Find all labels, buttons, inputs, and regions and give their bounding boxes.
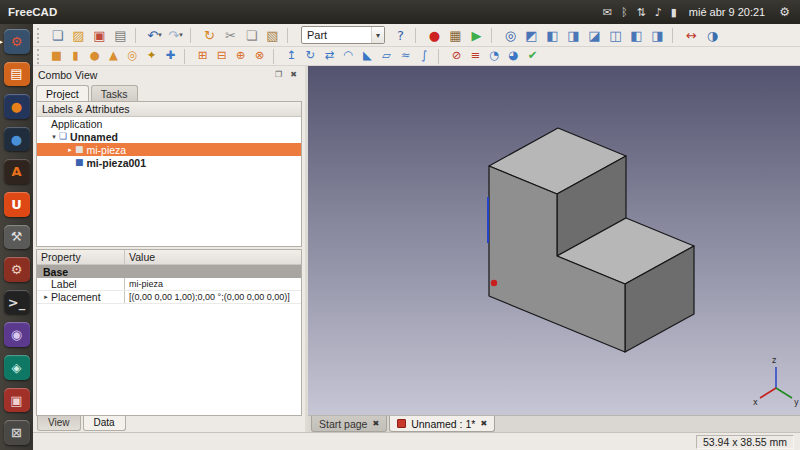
tree-expander[interactable]: ▸ xyxy=(65,146,75,154)
combo-view-titlebar[interactable]: Combo View ❐ ✖ xyxy=(33,66,305,83)
refresh-icon[interactable]: ↻ xyxy=(199,26,220,45)
part-sphere-icon[interactable]: ● xyxy=(85,48,104,64)
launcher-teal-app[interactable]: ◈ xyxy=(4,355,30,380)
part-union-icon[interactable]: ⊕ xyxy=(231,48,250,64)
property-group-base[interactable]: Base xyxy=(37,265,301,278)
tab-unnamed-doc[interactable]: Unnamed : 1* ✖ xyxy=(389,416,495,432)
part-common-icon[interactable]: ⊗ xyxy=(250,48,269,64)
part-loft-icon[interactable]: ≈ xyxy=(396,48,415,64)
property-value[interactable]: mi-pieza xyxy=(125,278,301,290)
toolbar-handle[interactable] xyxy=(37,49,43,64)
part-ruled-surface-icon[interactable]: ▱ xyxy=(377,48,396,64)
part-cone-icon[interactable]: ▲ xyxy=(104,48,123,64)
launcher-ubuntu-one[interactable]: U xyxy=(4,192,30,217)
tree-expander[interactable]: ▾ xyxy=(49,133,59,141)
part-fillet-icon[interactable]: ◠ xyxy=(339,48,358,64)
part-mirror-icon[interactable]: ⇄ xyxy=(320,48,339,64)
view-bottom-icon[interactable]: ◧ xyxy=(626,26,647,45)
part-torus-icon[interactable]: ◎ xyxy=(123,48,142,64)
tree-item-application[interactable]: Application xyxy=(37,117,301,130)
whats-this-icon[interactable]: ? xyxy=(390,26,411,45)
view-front-icon[interactable]: ◧ xyxy=(542,26,563,45)
part-shapebuilder-icon[interactable]: ✚ xyxy=(161,48,180,64)
redo-icon[interactable]: ↷ ▾ xyxy=(165,26,186,45)
fit-all-icon[interactable]: ◎ xyxy=(500,26,521,45)
copy-icon[interactable]: ❏ xyxy=(241,26,262,45)
launcher-software-center[interactable]: A xyxy=(4,159,30,184)
value-column-header[interactable]: Value xyxy=(125,250,301,264)
session-menu-icon[interactable]: ⚙ xyxy=(779,5,790,19)
property-column-header[interactable]: Property xyxy=(37,250,125,264)
property-editor-box: Property Value Base Label mi-pieza xyxy=(36,249,302,416)
property-expander[interactable]: ▸ xyxy=(41,293,51,301)
tab-tasks[interactable]: Tasks xyxy=(91,85,138,101)
launcher-system-settings[interactable]: ⚒ xyxy=(4,225,30,250)
part-chamfer-icon[interactable]: ◣ xyxy=(358,48,377,64)
macros-dialog-icon[interactable]: ▦ xyxy=(445,26,466,45)
part-check-geometry-icon[interactable]: ✔ xyxy=(523,48,542,64)
part-cylinder-icon[interactable]: ▮ xyxy=(66,48,85,64)
launcher-purple-app[interactable]: ◉ xyxy=(4,322,30,347)
launcher-files[interactable]: ▤ xyxy=(4,62,30,87)
part-revolve-icon[interactable]: ↻ xyxy=(301,48,320,64)
clock[interactable]: mié abr 9 20:21 xyxy=(689,6,765,18)
macro-record-icon[interactable]: ● xyxy=(424,26,445,45)
part-cross-sections-icon[interactable]: ≡ xyxy=(466,48,485,64)
undo-icon[interactable]: ↶ ▾ xyxy=(144,26,165,45)
part-primitives-icon[interactable]: ✦ xyxy=(142,48,161,64)
sound-indicator-icon[interactable]: ♪ xyxy=(655,6,662,19)
tab-start-page[interactable]: Start page ✖ xyxy=(311,416,387,432)
3d-viewport-canvas[interactable]: x y z xyxy=(308,66,800,415)
new-document-icon[interactable]: ❏ xyxy=(47,26,68,45)
property-row-placement[interactable]: ▸ Placement [(0,00 0,00 1,00);0,00 °;(0,… xyxy=(37,291,301,304)
launcher-freecad[interactable]: ▶ ⚙ xyxy=(4,29,30,54)
part-extrude-icon[interactable]: ↥ xyxy=(282,48,301,64)
part-thickness-icon[interactable]: ◕ xyxy=(504,48,523,64)
launcher-terminal[interactable]: >_ xyxy=(4,290,30,315)
tab-data[interactable]: Data xyxy=(83,416,126,431)
property-row-label[interactable]: Label mi-pieza xyxy=(37,278,301,291)
print-icon[interactable]: ▤ xyxy=(110,26,131,45)
part-offset-icon[interactable]: ◔ xyxy=(485,48,504,64)
property-value[interactable]: [(0,00 0,00 1,00);0,00 °;(0,00 0,00 0,00… xyxy=(125,291,301,303)
close-tab-icon[interactable]: ✖ xyxy=(372,419,379,428)
open-document-icon[interactable]: ▨ xyxy=(68,26,89,45)
bluetooth-indicator-icon[interactable]: ᛒ xyxy=(621,6,628,19)
clipping-plane-icon[interactable]: ◑ xyxy=(702,26,723,45)
messages-indicator-icon[interactable]: ✉ xyxy=(603,6,612,19)
float-panel-icon[interactable]: ❐ xyxy=(272,68,285,81)
battery-indicator-icon[interactable]: ▮ xyxy=(671,6,677,19)
part-box-icon[interactable]: ■ xyxy=(47,48,66,64)
view-right-icon[interactable]: ◪ xyxy=(584,26,605,45)
view-rear-icon[interactable]: ◫ xyxy=(605,26,626,45)
view-left-icon[interactable]: ◨ xyxy=(647,26,668,45)
view-axonometric-icon[interactable]: ◩ xyxy=(521,26,542,45)
part-boolean-icon[interactable]: ⊞ xyxy=(193,48,212,64)
macro-play-icon[interactable]: ▶ xyxy=(466,26,487,45)
view-top-icon[interactable]: ◨ xyxy=(563,26,584,45)
cut-icon[interactable]: ✂ xyxy=(220,26,241,45)
part-cut-icon[interactable]: ⊟ xyxy=(212,48,231,64)
measure-distance-icon[interactable]: ↔ xyxy=(681,26,702,45)
launcher-firefox[interactable]: ● xyxy=(4,94,30,119)
network-indicator-icon[interactable]: ⇅ xyxy=(636,6,645,19)
part-section-icon[interactable]: ⊘ xyxy=(447,48,466,64)
close-tab-icon[interactable]: ✖ xyxy=(480,419,487,428)
launcher-red-app[interactable]: ▣ xyxy=(4,388,30,413)
tree-item-unnamed[interactable]: ▾ ❏ Unnamed xyxy=(37,130,301,143)
toolbar-handle[interactable] xyxy=(37,28,43,43)
close-panel-icon[interactable]: ✖ xyxy=(287,68,300,81)
3d-view[interactable]: x y z xyxy=(308,66,800,415)
launcher-browser[interactable]: ● xyxy=(4,127,30,152)
tab-view[interactable]: View xyxy=(37,416,81,431)
paste-icon[interactable]: ▧ xyxy=(262,26,283,45)
tab-project[interactable]: Project xyxy=(36,85,89,101)
tree-item-mi-pieza001[interactable]: ■ mi-pieza001 xyxy=(37,156,301,169)
save-icon[interactable]: ▣ xyxy=(89,26,110,45)
launcher-gear-app[interactable]: ⚙ xyxy=(4,257,30,282)
workbench-selector[interactable]: Part ▾ xyxy=(301,26,385,44)
launcher-trash[interactable]: ⊠ xyxy=(4,420,30,445)
chevron-down-icon[interactable]: ▾ xyxy=(371,27,384,43)
part-sweep-icon[interactable]: ∫ xyxy=(415,48,434,64)
tree-item-mi-pieza[interactable]: ▸ ■ mi-pieza xyxy=(37,143,301,156)
